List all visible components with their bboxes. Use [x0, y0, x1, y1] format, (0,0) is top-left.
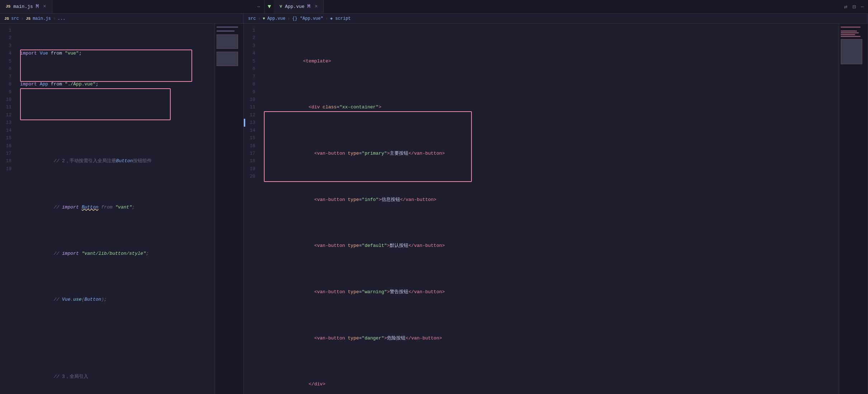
split-editor-icon[interactable]: ⊟ — [853, 3, 856, 10]
cursor-line-indicator — [244, 119, 245, 126]
breadcrumb-dots[interactable]: ... — [58, 16, 66, 21]
right-breadcrumb: src › ▼ App.vue › {} "App.vue" › ◈ scrip… — [244, 14, 868, 24]
code-line-2: import App from "./App.vue"; — [20, 80, 208, 88]
right-appvue[interactable]: App.vue — [267, 16, 285, 21]
vue-logo-area: ▼ — [265, 0, 274, 13]
breadcrumb-mainjs[interactable]: main.js — [33, 16, 51, 21]
r-code-line-1: <template> — [264, 50, 832, 72]
left-code-area[interactable]: 1 2 3 4 5 6 7 8 9 10 11 12 13 14 15 16 1 — [0, 24, 243, 394]
right-braces[interactable]: {} "App.vue" — [292, 16, 323, 21]
left-breadcrumb: JS src › JS main.js › ... — [0, 14, 243, 24]
left-pane-actions: ⋯ — [253, 0, 265, 13]
code-line-6: // import "vant/lib/button/style"; — [20, 242, 208, 265]
code-line-9: // 3，全局引入 — [20, 365, 208, 388]
close-icon-app-vue[interactable]: × — [315, 4, 318, 9]
right-line-numbers: 1 2 3 4 5 6 7 8 9 10 11 12 13 14 15 16 1 — [244, 24, 261, 394]
r-code-line-8: </div> — [264, 373, 832, 394]
left-line-numbers: 1 2 3 4 5 6 7 8 9 10 11 12 13 14 15 16 1 — [0, 24, 17, 394]
breadcrumb-js-icon2: JS — [26, 17, 30, 21]
right-code-area[interactable]: 1 2 3 4 5 6 7 8 9 10 11 12 13 14 15 16 1 — [244, 24, 868, 394]
main-area: JS src › JS main.js › ... 1 — [0, 14, 868, 394]
r-code-line-5: <van-button type="default">默认按钮</van-but… — [264, 234, 832, 257]
left-minimap — [215, 24, 243, 394]
r-code-line-6: <van-button type="warning">警告按钮</van-but… — [264, 280, 832, 303]
vue-icon: V — [280, 4, 282, 9]
r-code-line-4: <van-button type="info">信息按钮</van-button… — [264, 188, 832, 211]
right-breadcrumb-src[interactable]: src — [248, 16, 256, 21]
right-sep1: › — [258, 16, 261, 21]
code-line-5: // import Button from "vant"; — [20, 196, 208, 219]
code-line-3 — [20, 111, 208, 119]
right-minimap — [839, 24, 868, 394]
breadcrumb-sep1: › — [21, 16, 24, 21]
tabs-bar: JS main.js M × ⋯ ▼ V App.vue M × ⇄ ⊟ ⋯ — [0, 0, 868, 14]
more-right-icon[interactable]: ⋯ — [861, 4, 864, 10]
right-script[interactable]: ◈ script — [330, 16, 351, 21]
tab-modified-main-js: M — [36, 4, 39, 9]
tab-app-vue[interactable]: V App.vue M × — [274, 0, 324, 13]
right-sep3: › — [325, 16, 328, 21]
left-editor-pane: JS src › JS main.js › ... 1 — [0, 14, 244, 394]
breadcrumb-js-icon: JS — [4, 17, 9, 21]
code-line-1: import Vue from "vue"; — [20, 50, 208, 57]
breadcrumb-sep2: › — [53, 16, 56, 21]
vue-logo-icon: ▼ — [267, 4, 271, 10]
code-line-7: // Vue.use(Button); — [20, 288, 208, 311]
tab-main-js[interactable]: JS main.js M × — [0, 0, 52, 13]
tab-modified-app-vue: M — [307, 4, 310, 9]
code-line-4: // 2，手动按需引入全局注册Button按钮组件 — [20, 150, 208, 173]
more-icon[interactable]: ⋯ — [257, 4, 260, 10]
editor-container: JS main.js M × ⋯ ▼ V App.vue M × ⇄ ⊟ ⋯ — [0, 0, 868, 394]
tab-label-main-js: main.js — [13, 4, 33, 9]
close-icon-main-js[interactable]: × — [43, 4, 46, 9]
right-sep2: › — [288, 16, 290, 21]
right-pane-actions: ⇄ ⊟ ⋯ — [840, 0, 868, 13]
tab-label-app-vue: App.vue — [285, 4, 305, 9]
right-code-content: <template> <div class="xx-container"> <v… — [261, 24, 868, 394]
js-icon: JS — [6, 4, 10, 9]
r-code-line-3: <van-button type="primary">主要按钮</van-but… — [264, 142, 832, 165]
left-code-content: import Vue from "vue"; import App from "… — [17, 24, 243, 394]
r-code-line-7: <van-button type="danger">危险按钮</van-butt… — [264, 327, 832, 350]
breadcrumb-src[interactable]: src — [11, 16, 19, 21]
right-editor-pane: src › ▼ App.vue › {} "App.vue" › ◈ scrip… — [244, 14, 868, 394]
source-control-icon[interactable]: ⇄ — [844, 3, 848, 10]
right-vue-icon: ▼ — [263, 17, 265, 21]
r-code-line-2: <div class="xx-container"> — [264, 96, 832, 119]
code-line-8 — [20, 334, 208, 342]
